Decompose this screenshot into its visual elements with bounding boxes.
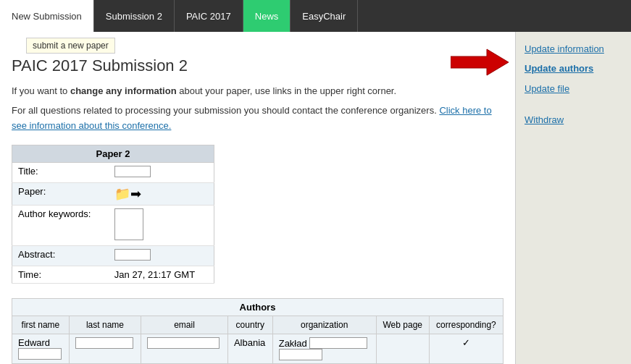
title-label: Title: xyxy=(12,163,109,183)
author-first-name: Edward xyxy=(12,334,70,364)
tab-easychair[interactable]: EasyChair xyxy=(291,0,358,32)
tab-submission-2[interactable]: Submission 2 xyxy=(94,0,175,32)
withdraw-link[interactable]: Withdraw xyxy=(525,111,622,128)
table-row: Abstract: xyxy=(12,246,214,266)
tab-news[interactable]: News xyxy=(243,0,291,32)
last-name-input[interactable] xyxy=(75,337,133,349)
author-email xyxy=(141,334,228,364)
bold-text: change any information xyxy=(70,85,177,96)
table-row: Author keywords: xyxy=(12,206,214,246)
authors-section: Authors first name last name email count… xyxy=(12,298,503,364)
keywords-label: Author keywords: xyxy=(12,206,109,246)
svg-marker-0 xyxy=(451,49,509,75)
red-arrow-container xyxy=(451,48,509,77)
tab-paic-2017[interactable]: PAIC 2017 xyxy=(175,0,243,32)
author-web-page xyxy=(376,334,429,364)
update-authors-link[interactable]: Update authors xyxy=(525,60,622,77)
tab-new-submission[interactable]: New Submission xyxy=(0,0,94,32)
paper-table-header: Paper 2 xyxy=(12,145,214,163)
right-sidebar: Update information Update authors Update… xyxy=(515,32,631,364)
paper-label: Paper: xyxy=(12,183,109,206)
tooltip: submit a new paper xyxy=(26,38,115,54)
keywords-value xyxy=(109,206,214,246)
org-input[interactable] xyxy=(309,337,367,349)
content-wrapper: submit a new paper PAIC 2017 Submission … xyxy=(0,32,631,364)
page-title: PAIC 2017 Submission 2 xyxy=(12,56,503,75)
update-information-link[interactable]: Update information xyxy=(525,41,622,57)
table-row: Paper: 📁➡ xyxy=(12,183,214,206)
main-content: submit a new paper PAIC 2017 Submission … xyxy=(0,32,515,364)
table-row: Time: Jan 27, 21:17 GMT xyxy=(12,266,214,284)
keywords-input[interactable] xyxy=(114,208,143,240)
org-label: Zakład xyxy=(279,338,307,349)
paper-table: Paper 2 Title: Paper: 📁➡ Author keywords… xyxy=(12,145,214,284)
email-input[interactable] xyxy=(147,337,220,349)
red-arrow-icon xyxy=(451,48,509,77)
navbar: New Submission Submission 2 PAIC 2017 Ne… xyxy=(0,0,631,32)
first-name-input[interactable] xyxy=(18,348,62,360)
paper-section: Paper 2 Title: Paper: 📁➡ Author keywords… xyxy=(12,145,503,284)
title-value xyxy=(109,163,214,183)
author-organization: Zakład xyxy=(272,334,376,364)
col-corresponding: corresponding? xyxy=(429,316,503,334)
abstract-label: Abstract: xyxy=(12,246,109,266)
author-row: Edward Albania Zakład xyxy=(12,334,503,364)
authors-columns-row: first name last name email country organ… xyxy=(12,316,503,334)
authors-table-header: Authors xyxy=(12,299,503,316)
time-value: Jan 27, 21:17 GMT xyxy=(109,266,214,284)
col-last-name: last name xyxy=(69,316,141,334)
author-country: Albania xyxy=(227,334,272,364)
author-corresponding: ✓ xyxy=(429,334,503,364)
paper-value: 📁➡ xyxy=(109,183,214,206)
update-file-link[interactable]: Update file xyxy=(525,80,622,97)
col-country: country xyxy=(227,316,272,334)
description-line1: If you want to change any information ab… xyxy=(12,84,503,99)
abstract-value xyxy=(109,246,214,266)
org-input-2[interactable] xyxy=(279,349,322,360)
abstract-input[interactable] xyxy=(114,249,151,261)
table-row: Title: xyxy=(12,163,214,183)
description-line2: For all questions related to processing … xyxy=(12,103,503,134)
time-label: Time: xyxy=(12,266,109,284)
title-input[interactable] xyxy=(114,166,151,177)
first-name-text: Edward xyxy=(18,337,63,348)
col-email: email xyxy=(141,316,228,334)
col-organization: organization xyxy=(272,316,376,334)
col-web-page: Web page xyxy=(376,316,429,334)
paper-icon: 📁➡ xyxy=(114,187,141,201)
author-last-name xyxy=(69,334,141,364)
col-first-name: first name xyxy=(12,316,70,334)
authors-table: Authors first name last name email count… xyxy=(12,298,503,364)
